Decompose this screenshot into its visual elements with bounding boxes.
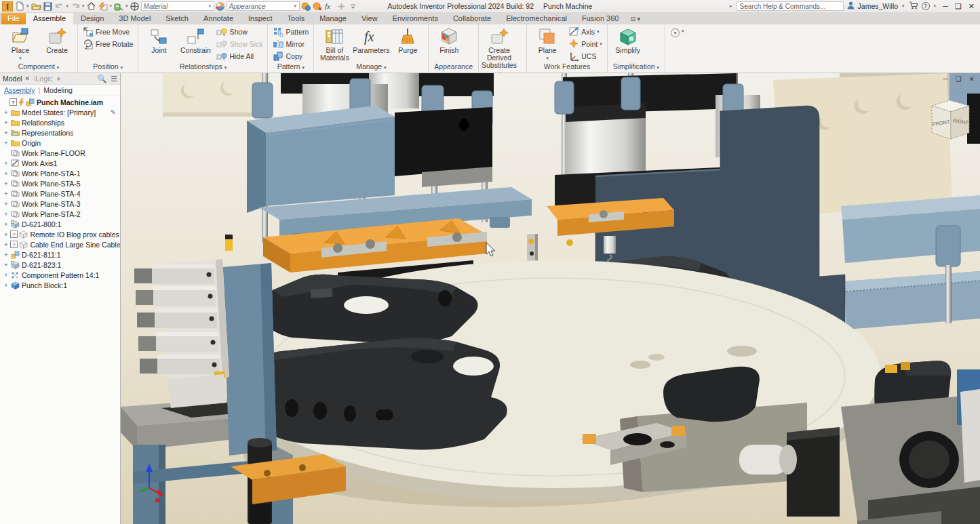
- ilogic-trigger-button[interactable]: [98, 1, 109, 12]
- tree-item-work-plane-sta-5[interactable]: +Work Plane-STA-5: [0, 178, 120, 188]
- tab-environments[interactable]: Environments: [385, 13, 446, 24]
- cart-icon[interactable]: [909, 1, 918, 11]
- tab-collaborate[interactable]: Collaborate: [446, 13, 498, 24]
- appearance-combobox[interactable]: Appearance▾: [227, 1, 300, 11]
- browser-tab-ilogic[interactable]: iLogic: [34, 75, 52, 83]
- cast-part-front-center[interactable]: [251, 338, 507, 449]
- measure-caret-icon[interactable]: ▾: [125, 3, 128, 9]
- tree-expander[interactable]: +: [3, 211, 9, 218]
- tab-annotate[interactable]: Annotate: [196, 13, 241, 24]
- tree-item-work-plane-floor[interactable]: Work Plane-FLOOR: [0, 148, 120, 158]
- ribbon-collapse-button[interactable]: ▾▾: [665, 24, 690, 73]
- doc-minimize-button[interactable]: ─: [943, 75, 948, 83]
- mirror-button[interactable]: Mirror: [271, 38, 311, 50]
- fx-parameters-button[interactable]: fx: [324, 1, 336, 12]
- render-wheel-button[interactable]: [130, 1, 140, 12]
- help-caret-icon[interactable]: ▾: [934, 3, 937, 9]
- tree-expander[interactable]: +: [3, 251, 9, 258]
- tree-item-work-plane-sta-1[interactable]: +Work Plane-STA-1: [0, 168, 120, 178]
- tab-tools[interactable]: Tools: [280, 13, 313, 24]
- tree-item-representations[interactable]: +Representations: [0, 127, 120, 138]
- axis-button[interactable]: Axis▾: [566, 26, 604, 38]
- inventor-logo-button[interactable]: I: [1, 1, 14, 12]
- pattern-button[interactable]: Pattern: [271, 26, 311, 38]
- account-caret-icon[interactable]: ▾: [902, 3, 905, 9]
- ilogic-trigger-caret-icon[interactable]: ▾: [110, 3, 113, 9]
- adjust-color-button[interactable]: [300, 1, 311, 12]
- group-label-relationships[interactable]: Relationships ▾: [138, 62, 267, 73]
- create-derivedsubstitutes-button[interactable]: Create DerivedSubstitutes ▾: [482, 25, 517, 77]
- purge-button[interactable]: Purge: [390, 25, 425, 54]
- tab-inspect[interactable]: Inspect: [241, 13, 279, 24]
- edit-model-state-icon[interactable]: ✎: [111, 108, 116, 116]
- model-canvas[interactable]: FRONT RIGHT: [121, 73, 980, 524]
- point-button[interactable]: Point▾: [566, 38, 604, 50]
- tree-expander[interactable]: +: [3, 190, 9, 197]
- home-button[interactable]: [86, 1, 97, 12]
- free-move-button[interactable]: Free Move: [81, 26, 135, 38]
- minimize-button[interactable]: ─: [943, 2, 948, 11]
- tab-electromechanical[interactable]: Electromechanical: [498, 13, 574, 24]
- copy-button[interactable]: Copy: [271, 50, 311, 62]
- tree-item-d-621-800-1[interactable]: +D-621-800:1: [0, 219, 120, 229]
- doc-close-button[interactable]: ✕: [969, 75, 975, 83]
- appearance-wheel-button[interactable]: [215, 1, 226, 12]
- plane-button[interactable]: Plane▾: [530, 25, 565, 62]
- doc-restore-button[interactable]: ❏: [956, 75, 962, 83]
- redo-caret-icon[interactable]: ▾: [82, 3, 85, 9]
- tree-expander[interactable]: +: [3, 272, 9, 279]
- group-label-manage[interactable]: Manage ▾: [314, 62, 428, 73]
- browser-menu-icon[interactable]: ☰: [111, 75, 117, 83]
- undo-button[interactable]: [54, 1, 65, 12]
- tree-expander[interactable]: +: [3, 262, 9, 268]
- tab-design[interactable]: Design: [73, 13, 111, 24]
- tab-manage[interactable]: Manage: [312, 13, 354, 24]
- tree-item-work-plane-sta-2[interactable]: +Work Plane-STA-2: [0, 209, 120, 219]
- tree-item-model-states-primary[interactable]: +Model States: [Primary]✎: [0, 107, 120, 117]
- redo-button[interactable]: [70, 1, 81, 12]
- account-menu[interactable]: James_Willo: [858, 2, 899, 10]
- tab-assemble[interactable]: Assemble: [26, 13, 73, 24]
- press-column-left[interactable]: [222, 263, 277, 456]
- cast-part-back-left[interactable]: [260, 275, 478, 344]
- tree-item-d-621-811-1[interactable]: +D-621-811:1: [0, 249, 120, 260]
- undo-caret-icon[interactable]: ▾: [66, 3, 69, 9]
- tree-item-remote-io-blog-prox-cables-101-1-unr[interactable]: +?Remote IO Blog prox cables 101:1 (Unr: [0, 229, 120, 239]
- tree-expander[interactable]: +: [3, 129, 9, 136]
- tree-expander[interactable]: +: [3, 119, 9, 126]
- customize-qat-button[interactable]: [348, 1, 359, 12]
- constrain-button[interactable]: Constrain: [178, 25, 213, 54]
- group-label-simplification[interactable]: Simplification ▾: [608, 62, 665, 73]
- tree-expander[interactable]: +: [3, 109, 9, 116]
- tree-item-work-plane-sta-3[interactable]: +Work Plane-STA-3: [0, 199, 120, 209]
- tree-item-component-pattern-14-1[interactable]: +Component Pattern 14:1: [0, 270, 120, 280]
- add-qat-button[interactable]: [336, 1, 347, 12]
- search-expand-icon[interactable]: ▸: [730, 3, 732, 9]
- place-button[interactable]: Place▾: [3, 25, 38, 62]
- simplify-button[interactable]: Simplify: [610, 25, 646, 54]
- tab-view[interactable]: View: [354, 13, 385, 24]
- tab-3d-model[interactable]: 3D Model: [111, 13, 158, 24]
- tab-fusion-360[interactable]: Fusion 360: [574, 13, 626, 24]
- tree-item-work-axis1[interactable]: +Work Axis1: [0, 158, 120, 168]
- browser-tab-model[interactable]: Model✕: [3, 75, 30, 83]
- parameters-button[interactable]: fxParameters: [353, 25, 389, 54]
- tree-expander[interactable]: +: [3, 140, 9, 146]
- ucs-button[interactable]: UCS: [566, 50, 604, 62]
- save-button[interactable]: [43, 1, 54, 12]
- create-button[interactable]: Create: [39, 25, 75, 54]
- tree-expander[interactable]: +: [3, 282, 9, 289]
- search-input[interactable]: Search Help & Commands...: [737, 1, 844, 11]
- group-label-component[interactable]: Component ▾: [0, 62, 77, 73]
- tree-item-d-621-823-1[interactable]: +D-621-823:1: [0, 260, 120, 270]
- viewport-3d[interactable]: FRONT RIGHT ─ ❏ ✕: [121, 73, 980, 524]
- tree-item-relationships[interactable]: +Relationships: [0, 117, 120, 127]
- open-file-button[interactable]: [31, 1, 42, 12]
- browser-add-tab-button[interactable]: +: [57, 75, 61, 83]
- ribbon-appearance-toggle[interactable]: ⊡ ▾: [630, 16, 640, 24]
- assembly-view-link[interactable]: Assembly: [4, 86, 35, 94]
- browser-search-icon[interactable]: 🔍: [97, 75, 106, 83]
- group-label-pattern[interactable]: Pattern ▾: [268, 62, 313, 73]
- tree-item-origin[interactable]: +Origin: [0, 138, 120, 148]
- measure-button[interactable]: [113, 1, 124, 12]
